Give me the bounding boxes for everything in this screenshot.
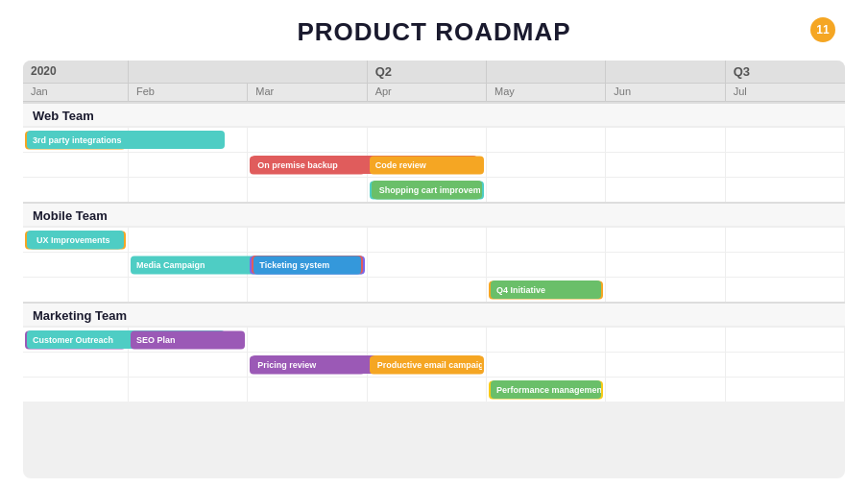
cell-1-1-3 [368, 253, 487, 277]
bar-1-0-0: Mobile mockupUX ImprovementsCloud Suppor… [25, 231, 126, 249]
cell-1-2-6 [726, 278, 845, 302]
cell-0-2-0 [23, 178, 129, 202]
cell-1-1-4 [487, 253, 606, 277]
month-jun: Jun [606, 84, 725, 101]
bar-2-2-1: Performance management [491, 380, 601, 399]
cell-1-1-0 [23, 253, 129, 277]
cell-2-2-1 [129, 378, 248, 402]
cell-0-1-4 [487, 153, 606, 177]
cell-2-1-2: Lead GenPricing review [248, 353, 367, 377]
cell-2-1-0 [23, 353, 129, 377]
bar-1-2-0: Application upgradeQ4 Initiative [489, 281, 603, 299]
cell-1-1-2: Interactive dialogueAutomatic renewalTic… [248, 253, 367, 277]
cell-2-0-4 [487, 328, 606, 352]
cell-1-2-3 [368, 278, 487, 302]
gantt-row-1-2: Application upgradeQ4 Initiative [23, 277, 845, 302]
cell-2-1-4 [487, 353, 606, 377]
cell-1-2-5 [606, 278, 725, 302]
bar-1-1-1: Interactive dialogueAutomatic renewalTic… [250, 256, 364, 274]
cell-0-1-0 [23, 153, 129, 177]
cell-1-2-0 [23, 278, 129, 302]
cell-0-2-2 [248, 178, 367, 202]
cell-2-0-0: Market analysisCustomer Outreach [23, 328, 129, 352]
cell-2-1-1 [129, 353, 248, 377]
bar-2-0-2: SEO Plan [131, 330, 245, 349]
gantt-row-0-2: Self service portalAPIShopping cart impr… [23, 177, 845, 202]
cell-2-0-3 [368, 328, 487, 352]
gantt-row-1-0: Mobile mockupUX ImprovementsCloud Suppor… [23, 227, 845, 252]
bar-2-1-3: Productive email campaign [372, 355, 482, 374]
bar-0-1-2: Code review [370, 156, 484, 174]
cell-1-0-3 [368, 228, 487, 252]
cell-0-1-2: Security 2.0On premise backup [248, 153, 367, 177]
cell-0-2-6 [726, 178, 845, 202]
cell-1-0-4 [487, 228, 606, 252]
month-header: Jan Feb Mar Apr May Jun Jul [23, 84, 845, 102]
cell-0-0-6 [726, 128, 845, 152]
cell-0-2-1 [129, 178, 248, 202]
page: PRODUCT ROADMAP 11 2020 Q2 Q3 Jan Feb Ma… [0, 0, 868, 488]
team-section-2: Marketing TeamMarket analysisCustomer Ou… [23, 302, 845, 402]
cell-0-0-4 [487, 128, 606, 152]
cell-0-1-5 [606, 153, 725, 177]
cell-2-2-5 [606, 378, 725, 402]
cell-0-1-1 [129, 153, 248, 177]
cell-2-1-3: Content reviewProductive email campaign [368, 353, 487, 377]
gantt-row-1-1: Media CampaignInteractive dialogueAutoma… [23, 252, 845, 277]
month-feb: Feb [129, 84, 248, 101]
team-section-1: Mobile TeamMobile mockupUX ImprovementsC… [23, 202, 845, 302]
bar-0-2-0: Self service portalAPIShopping cart impr… [370, 181, 484, 199]
cell-0-0-2 [248, 128, 367, 152]
cell-2-0-5 [606, 328, 725, 352]
gantt-row-0-1: Security 2.0On premise backupCode review [23, 152, 845, 177]
team-header-2: Marketing Team [23, 304, 845, 327]
cell-0-0-0: New Admin Console3rd party integrations [23, 128, 129, 152]
page-title: PRODUCT ROADMAP [297, 17, 570, 47]
cell-0-2-4 [487, 178, 606, 202]
month-jul: Jul [726, 84, 845, 101]
cell-1-2-2 [248, 278, 367, 302]
roadmap-container: 2020 Q2 Q3 Jan Feb Mar Apr May Jun Jul W… [23, 61, 845, 478]
month-mar: Mar [248, 84, 367, 101]
cell-0-2-5 [606, 178, 725, 202]
cell-1-0-5 [606, 228, 725, 252]
cell-1-0-2 [248, 228, 367, 252]
cell-0-0-5 [606, 128, 725, 152]
quarter-header: 2020 Q2 Q3 [23, 61, 845, 84]
bar-1-0-3: UX Improvements [31, 231, 120, 249]
cell-2-2-0 [23, 378, 129, 402]
cell-1-1-5 [606, 253, 725, 277]
bar-1-2-1: Q4 Initiative [491, 281, 601, 299]
cell-2-0-6 [726, 328, 845, 352]
cell-2-2-3 [368, 378, 487, 402]
q2-label: Q2 [368, 61, 487, 83]
gantt-row-2-2: AnalyticsPerformance management [23, 377, 845, 402]
team-section-0: Web TeamNew Admin Console3rd party integ… [23, 102, 845, 202]
year-2020-span [129, 61, 368, 83]
cell-2-2-4: AnalyticsPerformance management [487, 378, 606, 402]
team-header-1: Mobile Team [23, 204, 845, 227]
q3-label: Q3 [726, 61, 845, 83]
bar-0-0-1: 3rd party integrations [27, 131, 225, 149]
bar-0-0-0: New Admin Console3rd party integrations [25, 131, 126, 149]
bar-2-2-0: AnalyticsPerformance management [489, 380, 603, 399]
cell-1-0-1 [129, 228, 248, 252]
bar-1-1-3: Ticketing system [253, 256, 360, 274]
cell-2-1-5 [606, 353, 725, 377]
month-apr: Apr [368, 84, 487, 101]
bar-0-2-1: APIShopping cart improvements [372, 181, 482, 199]
cell-2-0-1: SEO Plan [129, 328, 248, 352]
bar-2-1-0: Lead GenPricing review [250, 355, 364, 374]
bar-0-2-2: Shopping cart improvements [374, 181, 480, 199]
cell-0-2-3: Self service portalAPIShopping cart impr… [368, 178, 487, 202]
month-may: May [487, 84, 606, 101]
bar-1-0-2: Cloud SupportUX Improvements [29, 231, 122, 249]
teams-container: Web TeamNew Admin Console3rd party integ… [23, 102, 845, 402]
cell-1-1-6 [726, 253, 845, 277]
cell-1-0-6 [726, 228, 845, 252]
cell-0-0-3 [368, 128, 487, 152]
badge: 11 [810, 17, 835, 42]
bar-0-1-0: Security 2.0On premise backup [250, 156, 364, 174]
gantt-row-2-0: Market analysisCustomer OutreachSEO Plan [23, 327, 845, 352]
cell-2-2-2 [248, 378, 367, 402]
